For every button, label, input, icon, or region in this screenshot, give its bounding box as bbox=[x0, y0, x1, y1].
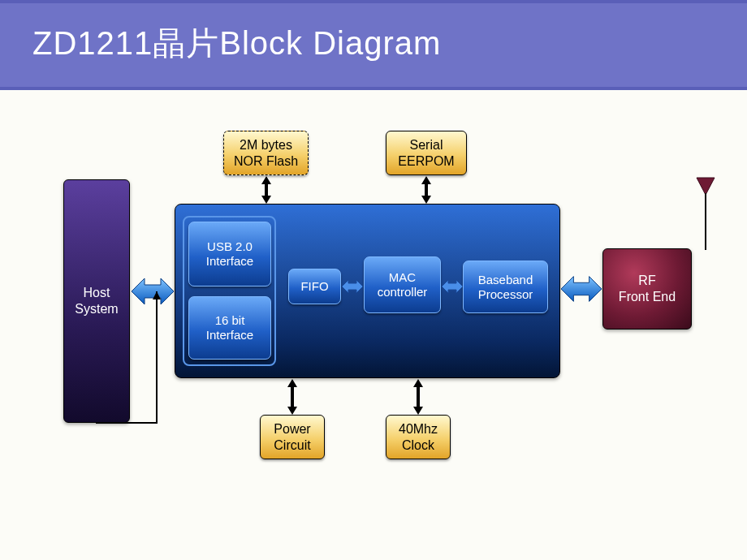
block-baseband-processor: BasebandProcessor bbox=[463, 261, 548, 313]
block-serial-eeprom: SerialEERPOM bbox=[386, 131, 467, 175]
block-mac-controller: MACcontroller bbox=[364, 256, 441, 313]
svg-marker-3 bbox=[442, 280, 463, 293]
block-fifo: FIFO bbox=[288, 269, 341, 304]
block-16bit-interface: 16 bitInterface bbox=[188, 296, 271, 360]
svg-marker-1 bbox=[561, 277, 602, 302]
block-rf-front-end: RFFront End bbox=[602, 248, 692, 330]
block-usb-interface: USB 2.0Interface bbox=[188, 222, 271, 286]
arrow-eeprom-chip bbox=[420, 176, 433, 204]
diagram-canvas: HostSystem USB 2.0Interface 16 bitInterf… bbox=[0, 90, 747, 545]
antenna-icon bbox=[694, 175, 719, 256]
arrow-fifo-mac bbox=[342, 278, 363, 295]
svg-marker-2 bbox=[342, 280, 363, 293]
svg-marker-4 bbox=[261, 176, 271, 204]
arrow-clock-chip bbox=[412, 379, 425, 415]
arrow-chip-rf bbox=[561, 273, 602, 305]
block-power-circuit: PowerCircuit bbox=[260, 415, 325, 459]
slide-title: ZD1211晶片Block Diagram bbox=[0, 0, 747, 90]
svg-marker-5 bbox=[421, 176, 431, 204]
svg-marker-9 bbox=[697, 178, 715, 195]
svg-marker-8 bbox=[153, 291, 161, 299]
block-nor-flash: 2M bytesNOR Flash bbox=[223, 131, 309, 175]
block-40mhz-clock: 40MhzClock bbox=[386, 415, 451, 459]
arrow-nor-chip bbox=[260, 176, 273, 204]
svg-marker-7 bbox=[413, 379, 423, 415]
line-host-bottom-chip bbox=[96, 291, 185, 454]
svg-marker-6 bbox=[287, 379, 297, 415]
arrow-power-chip bbox=[286, 379, 299, 415]
arrow-mac-baseband bbox=[442, 278, 463, 295]
